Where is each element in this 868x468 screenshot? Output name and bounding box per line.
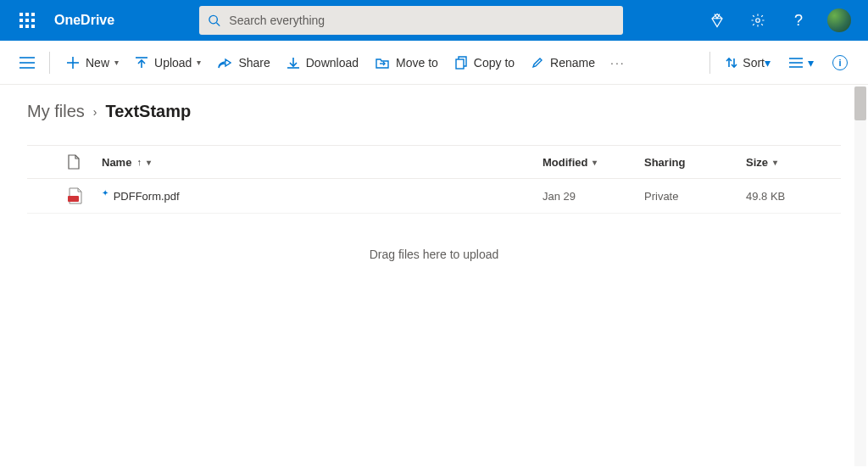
settings-icon[interactable] [739, 0, 776, 41]
chevron-down-icon: ▾ [765, 56, 771, 70]
new-button[interactable]: New ▾ [58, 44, 127, 81]
table-row[interactable]: ✦ PDFForm.pdf Jan 29 Private 49.8 KB [27, 179, 841, 214]
upload-icon [136, 57, 147, 69]
chevron-down-icon: ▾ [114, 58, 119, 67]
rename-button[interactable]: Rename [523, 44, 604, 81]
upload-button[interactable]: Upload ▾ [127, 44, 209, 81]
svg-line-1 [217, 23, 220, 26]
new-indicator-icon: ✦ [102, 188, 108, 198]
more-button[interactable]: ··· [604, 44, 632, 81]
sort-button[interactable]: Sort ▾ [719, 44, 777, 81]
search-input[interactable] [229, 14, 615, 27]
content-area: My files › TextStamp Name ↑ ▾ [0, 85, 868, 468]
svg-rect-19 [68, 196, 79, 202]
filetype-header-icon[interactable] [61, 146, 95, 179]
svg-point-2 [756, 19, 760, 23]
premium-icon[interactable] [698, 0, 736, 41]
chevron-down-icon: ▾ [773, 158, 777, 167]
move-to-label: Move to [396, 56, 438, 70]
sort-asc-icon: ↑ [136, 157, 142, 167]
copy-to-label: Copy to [474, 56, 515, 70]
app-launcher[interactable] [7, 0, 47, 41]
share-icon [218, 57, 231, 69]
breadcrumb: My files › TextStamp [27, 102, 841, 121]
copy-icon [455, 56, 467, 70]
chevron-down-icon: ▾ [147, 158, 151, 167]
move-to-button[interactable]: Move to [367, 44, 447, 81]
search-icon [208, 14, 220, 27]
drop-hint: Drag files here to upload [27, 214, 841, 295]
sort-label: Sort [743, 56, 765, 70]
move-icon [376, 57, 389, 69]
file-size: 49.8 KB [739, 179, 841, 214]
breadcrumb-current: TextStamp [105, 102, 191, 121]
app-header: OneDrive ? [0, 0, 868, 41]
divider [49, 52, 50, 74]
info-button[interactable]: i [826, 44, 854, 81]
column-name[interactable]: Name ↑ ▾ [95, 146, 536, 179]
header-actions: ? [698, 0, 858, 41]
svg-point-0 [209, 15, 217, 23]
file-name[interactable]: PDFForm.pdf [114, 191, 180, 203]
share-label: Share [238, 56, 270, 70]
rename-icon [531, 57, 543, 69]
chevron-right-icon: › [93, 105, 97, 119]
more-icon: ··· [610, 56, 626, 70]
info-icon: i [832, 55, 848, 70]
chevron-down-icon: ▾ [593, 158, 597, 167]
column-modified[interactable]: Modified ▾ [536, 146, 637, 179]
copy-to-button[interactable]: Copy to [447, 44, 523, 81]
waffle-icon [19, 13, 35, 28]
svg-rect-13 [456, 59, 464, 69]
brand-title: OneDrive [54, 13, 114, 28]
file-modified: Jan 29 [536, 179, 637, 214]
view-button[interactable]: ▾ [782, 44, 821, 81]
file-sharing: Private [637, 179, 739, 214]
command-bar: New ▾ Upload ▾ Share Download Mo [0, 41, 868, 85]
column-size[interactable]: Size ▾ [739, 146, 841, 179]
upload-label: Upload [154, 56, 192, 70]
list-view-icon [789, 57, 803, 69]
nav-toggle[interactable] [14, 49, 41, 76]
file-table: Name ↑ ▾ Modified ▾ Sharing Size [27, 145, 841, 214]
help-icon[interactable]: ? [780, 0, 817, 41]
search-box[interactable] [199, 6, 623, 35]
download-label: Download [306, 56, 359, 70]
sort-icon [726, 57, 737, 69]
avatar[interactable] [827, 8, 851, 32]
breadcrumb-root[interactable]: My files [27, 102, 85, 121]
chevron-down-icon: ▾ [808, 56, 814, 70]
table-header-row: Name ↑ ▾ Modified ▾ Sharing Size [27, 146, 841, 179]
divider [709, 52, 710, 74]
new-label: New [86, 56, 109, 70]
download-icon [287, 57, 299, 69]
plus-icon [67, 57, 79, 69]
share-button[interactable]: Share [209, 44, 278, 81]
download-button[interactable]: Download [279, 44, 367, 81]
column-sharing[interactable]: Sharing [637, 146, 739, 179]
rename-label: Rename [550, 56, 595, 70]
pdf-file-icon [61, 179, 95, 214]
chevron-down-icon: ▾ [197, 58, 201, 67]
